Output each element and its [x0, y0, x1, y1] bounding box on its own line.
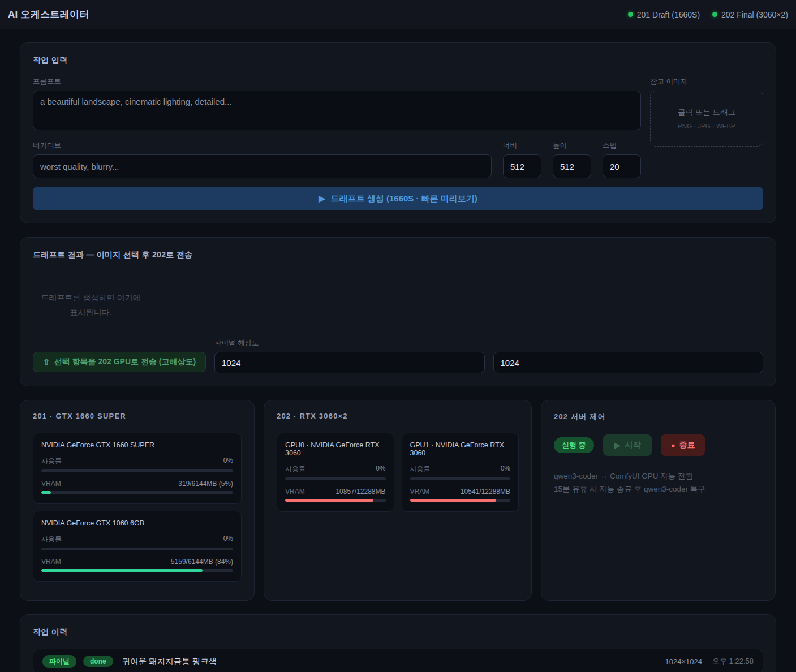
final-height-input[interactable]	[493, 352, 764, 373]
gpu-panel-3060-0: GPU0 · NVIDIA GeForce RTX 3060 사용률 0% VR…	[277, 433, 394, 512]
util-label: 사용률	[285, 464, 306, 474]
generate-draft-label: 드래프트 생성 (1660S · 빠른 미리보기)	[331, 193, 477, 204]
start-label: 시작	[625, 440, 640, 450]
send-to-202-button[interactable]: ⇧ 선택 항목을 202 GPU로 전송 (고해상도)	[33, 352, 206, 372]
app-title: AI 오케스트레이터	[8, 8, 89, 21]
status-label: 202 Final (3060×2)	[721, 10, 788, 19]
gpu-name: NVIDIA GeForce GTX 1060 6GB	[41, 519, 233, 527]
vram-value: 5159/6144MB (84%)	[171, 558, 233, 566]
stop-square-icon: ■	[671, 442, 674, 449]
prompt-input[interactable]	[33, 91, 641, 130]
util-label: 사용률	[410, 464, 431, 474]
status-dot-icon	[712, 12, 717, 17]
server-note-line1: qwen3-coder ↔ ComfyUI GPU 자동 전환	[554, 469, 763, 483]
dropzone-text: 클릭 또는 드래그	[678, 107, 735, 118]
play-icon: ▶	[614, 441, 621, 450]
util-bar	[410, 477, 511, 480]
vram-bar	[410, 499, 511, 502]
vram-bar-fill	[285, 499, 373, 502]
status-202-final: 202 Final (3060×2)	[712, 10, 788, 19]
send-to-202-label: 선택 항목을 202 GPU로 전송 (고해상도)	[54, 357, 196, 367]
server-status-indicators: 201 Draft (1660S) 202 Final (3060×2)	[628, 10, 788, 19]
vram-label: VRAM	[41, 480, 61, 488]
draft-results-title: 드래프트 결과 — 이미지 선택 후 202로 전송	[33, 250, 763, 260]
util-value: 0%	[501, 464, 510, 474]
gpu-name: NVIDIA GeForce GTX 1660 SUPER	[41, 441, 233, 449]
gpu-panel-1660super: NVIDIA GeForce GTX 1660 SUPER 사용률 0% VRA…	[33, 433, 242, 504]
history-resolution: 1024×1024	[665, 657, 702, 666]
negative-label: 네거티브	[33, 141, 492, 150]
gpu-202-card: 202 · RTX 3060×2 GPU0 · NVIDIA GeForce R…	[264, 400, 532, 601]
draft-empty-state: 드래프트를 생성하면 여기에 표시됩니다.	[33, 272, 763, 338]
job-history-card: 작업 이력 파이널 done 귀여운 돼지저금통 핑크색 1024×1024 오…	[20, 614, 776, 672]
status-dot-icon	[628, 12, 633, 17]
width-input[interactable]	[503, 154, 541, 178]
steps-input[interactable]	[603, 154, 641, 178]
vram-value: 319/6144MB (5%)	[178, 480, 233, 488]
draft-results-card: 드래프트 결과 — 이미지 선택 후 202로 전송 드래프트를 생성하면 여기…	[20, 237, 776, 386]
gpu-name: GPU0 · NVIDIA GeForce RTX 3060	[285, 441, 386, 457]
vram-bar	[41, 491, 233, 494]
vram-bar	[41, 569, 233, 572]
util-bar	[41, 548, 233, 550]
running-status-badge: 실행 중	[554, 437, 594, 453]
status-badge: done	[83, 656, 113, 667]
status-label: 201 Draft (1660S)	[637, 10, 700, 19]
history-time: 오후 1:22:58	[712, 656, 754, 666]
vram-label: VRAM	[285, 488, 305, 496]
reference-image-column: 참고 이미지 클릭 또는 드래그 PNG · JPG · WEBP	[650, 77, 763, 178]
util-value: 0%	[223, 456, 233, 466]
util-label: 사용률	[41, 535, 62, 544]
dropzone-formats: PNG · JPG · WEBP	[678, 123, 735, 130]
vram-value: 10541/12288MB	[461, 488, 510, 496]
vram-bar-fill	[41, 569, 203, 572]
final-resolution-label: 파이널 해상도	[214, 338, 485, 348]
status-201-draft: 201 Draft (1660S)	[628, 10, 700, 19]
empty-state-line2: 표시됩니다.	[33, 305, 149, 320]
util-bar	[41, 469, 233, 472]
server-note-line2: 15분 유휴 시 자동 종료 후 qwen3-coder 복구	[554, 483, 763, 496]
gpu-201-card: 201 · GTX 1660 SUPER NVIDIA GeForce GTX …	[20, 400, 255, 601]
start-server-button[interactable]: ▶ 시작	[603, 434, 652, 456]
job-history-title: 작업 이력	[33, 627, 763, 637]
server-control-title: 202 서버 제어	[554, 412, 763, 422]
app-header: AI 오케스트레이터 201 Draft (1660S) 202 Final (…	[0, 0, 796, 29]
util-bar	[285, 477, 386, 480]
type-badge: 파이널	[42, 655, 76, 668]
vram-bar	[285, 499, 386, 502]
width-label: 너비	[503, 141, 541, 150]
job-input-title: 작업 입력	[33, 55, 763, 66]
gpu-panel-1060: NVIDIA GeForce GTX 1060 6GB 사용률 0% VRAM …	[33, 511, 242, 582]
final-width-input[interactable]	[214, 352, 485, 373]
reference-image-dropzone[interactable]: 클릭 또는 드래그 PNG · JPG · WEBP	[650, 91, 763, 147]
vram-bar-fill	[41, 491, 51, 494]
empty-state-line1: 드래프트를 생성하면 여기에	[33, 290, 149, 305]
height-input[interactable]	[553, 154, 591, 178]
upload-arrow-icon: ⇧	[43, 357, 50, 367]
prompt-column: 프롬프트 네거티브 너비 높이 스텝	[33, 77, 641, 178]
negative-input[interactable]	[33, 154, 492, 178]
height-label: 높이	[553, 141, 591, 150]
reference-image-label: 참고 이미지	[650, 77, 763, 87]
stop-server-button[interactable]: ■ 종료	[661, 434, 705, 456]
history-prompt-text: 귀여운 돼지저금통 핑크색	[122, 656, 659, 667]
generate-draft-button[interactable]: ▶ 드래프트 생성 (1660S · 빠른 미리보기)	[33, 187, 763, 210]
job-input-card: 작업 입력 프롬프트 네거티브 너비 높이	[20, 42, 776, 223]
gpu-name: GPU1 · NVIDIA GeForce RTX 3060	[410, 441, 511, 457]
gpu-201-title: 201 · GTX 1660 SUPER	[33, 412, 242, 420]
history-row[interactable]: 파이널 done 귀여운 돼지저금통 핑크색 1024×1024 오후 1:22…	[33, 649, 763, 672]
stop-label: 종료	[679, 440, 695, 450]
server-control-card: 202 서버 제어 실행 중 ▶ 시작 ■ 종료 qwen3-coder ↔ C…	[541, 400, 776, 601]
vram-bar-fill	[410, 499, 497, 502]
vram-value: 10857/12288MB	[335, 488, 385, 496]
gpu-202-title: 202 · RTX 3060×2	[277, 412, 519, 420]
gpu-panel-3060-1: GPU1 · NVIDIA GeForce RTX 3060 사용률 0% VR…	[402, 433, 519, 512]
steps-label: 스텝	[603, 141, 641, 150]
vram-label: VRAM	[410, 488, 430, 496]
util-value: 0%	[376, 464, 385, 474]
prompt-label: 프롬프트	[33, 77, 641, 87]
play-icon: ▶	[319, 193, 325, 204]
vram-label: VRAM	[41, 558, 61, 566]
util-value: 0%	[223, 535, 233, 544]
util-label: 사용률	[41, 456, 62, 466]
